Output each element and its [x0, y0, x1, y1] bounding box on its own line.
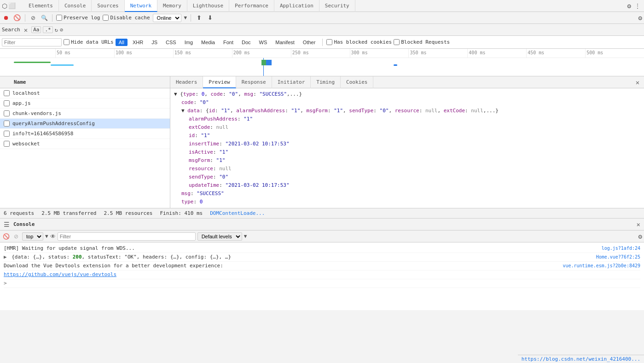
- filter-ws-button[interactable]: WS: [256, 39, 271, 46]
- tab-sources[interactable]: Sources: [92, 0, 124, 12]
- tab-console[interactable]: Console: [59, 0, 92, 12]
- expand-icon[interactable]: ⋮: [635, 3, 640, 9]
- console-context-select[interactable]: top: [22, 232, 43, 241]
- gear-icon[interactable]: ⚙: [627, 2, 631, 10]
- console-gear-icon[interactable]: ⚙: [638, 233, 642, 240]
- tab-security[interactable]: Security: [319, 0, 355, 12]
- tab-application[interactable]: Application: [274, 0, 319, 12]
- top-right-gear-2[interactable]: ⚙: [638, 14, 642, 22]
- filter-js-button[interactable]: JS: [148, 39, 161, 46]
- tab-performance[interactable]: Performance: [229, 0, 274, 12]
- stop-button[interactable]: 🚫: [13, 14, 21, 22]
- file-item[interactable]: info?t=1614654586958: [0, 129, 170, 139]
- file-list: Name localhostapp.jschunk-vendors.jsquer…: [0, 76, 170, 208]
- filter-font-button[interactable]: Font: [220, 39, 237, 46]
- data-link[interactable]: Home.vue?76f2:25: [592, 253, 640, 261]
- console-levels-select[interactable]: Default levels: [197, 232, 242, 241]
- network-toolbar: ⏺ 🚫 ⊘ 🔍 Preserve log Disable cache Onlin…: [0, 12, 644, 24]
- hide-data-urls-checkbox[interactable]: Hide data URLs: [64, 39, 114, 45]
- console-line-prompt: >: [4, 279, 640, 288]
- console-area: ☰ Console × 🚫 ⊘ top ▼ 👁 Default levels ▼…: [0, 218, 644, 310]
- search-regex-icon[interactable]: .*: [43, 26, 52, 33]
- timeline-mark: 500 ms: [585, 49, 644, 58]
- console-hamburger-icon[interactable]: ☰: [4, 221, 10, 228]
- detail-tab-headers[interactable]: Headers: [170, 76, 203, 88]
- detail-close-button[interactable]: ✕: [633, 78, 642, 87]
- timeline-mark: 450 ms: [526, 49, 585, 58]
- filter-manifest-button[interactable]: Manifest: [272, 39, 298, 46]
- export-button[interactable]: ⬇: [206, 14, 214, 22]
- json-msg: msg: "SUCCESS": [174, 190, 640, 198]
- file-item[interactable]: chunk-vendors.js: [0, 109, 170, 119]
- json-expand-data[interactable]: ▼ data: {id: "1", alarmPushAddress: "1",…: [174, 107, 640, 115]
- import-button[interactable]: ⬆: [195, 14, 203, 22]
- disable-cache-checkbox[interactable]: Disable cache: [103, 15, 150, 21]
- file-item[interactable]: websocket: [0, 139, 170, 149]
- split-pane: Name localhostapp.jschunk-vendors.jsquer…: [0, 76, 644, 208]
- detail-tab-timing[interactable]: Timing: [311, 76, 341, 88]
- detail-tab-response[interactable]: Response: [236, 76, 272, 88]
- preserve-log-checkbox[interactable]: Preserve log: [56, 15, 100, 21]
- console-clear-button[interactable]: 🚫: [2, 232, 10, 241]
- filter-other-button[interactable]: Other: [300, 39, 319, 46]
- timeline-mark: 400 ms: [467, 49, 526, 58]
- json-msg-form: msgForm: "1": [174, 156, 640, 165]
- filter-all-button[interactable]: All: [116, 39, 128, 46]
- transferred-size: 2.5 MB transferred: [41, 210, 96, 216]
- console-close-button[interactable]: ×: [637, 221, 640, 228]
- filter-doc-button[interactable]: Doc: [238, 39, 254, 46]
- throttle-select[interactable]: Online: [153, 14, 181, 22]
- search-button[interactable]: 🔍: [40, 14, 48, 22]
- tab-memory[interactable]: Memory: [157, 0, 187, 12]
- file-item[interactable]: localhost: [0, 88, 170, 98]
- detail-pane: HeadersPreviewResponseInitiatorTimingCoo…: [170, 76, 644, 208]
- console-levels-arrow[interactable]: ▼: [244, 233, 247, 239]
- console-context-arrow[interactable]: ▼: [45, 233, 48, 239]
- filter-row: Hide data URLs All XHR JS CSS Img Media …: [0, 36, 644, 49]
- console-filter-input[interactable]: [58, 232, 196, 241]
- search-case-icon[interactable]: Aa: [31, 26, 41, 33]
- detail-tab-preview[interactable]: Preview: [203, 76, 236, 88]
- timeline-mark: 50 ms: [55, 49, 114, 58]
- devtools-inspect-icon[interactable]: ⬜: [8, 2, 16, 9]
- vue-devtools-url[interactable]: https://github.com/vuejs/vue-devtools: [4, 271, 116, 277]
- timeline-mark: 300 ms: [350, 49, 409, 58]
- search-label: Search: [2, 27, 24, 33]
- status-bar: 6 requests 2.5 MB transferred 2.5 MB res…: [0, 208, 644, 218]
- devtools-pointer-icon[interactable]: ⬡: [2, 2, 7, 10]
- json-update-time: updateTime: "2021-03-02 10:17:53": [174, 181, 640, 190]
- tab-network[interactable]: Network: [125, 0, 157, 12]
- console-no-error-button[interactable]: ⊘: [12, 232, 20, 241]
- blocked-requests-checkbox[interactable]: Blocked Requests: [394, 39, 450, 45]
- tab-elements[interactable]: Elements: [23, 0, 59, 12]
- detail-tab-initiator[interactable]: Initiator: [272, 76, 311, 88]
- json-expand-root[interactable]: ▼ {type: 0, code: "0", msg: "SUCCESS",..…: [174, 90, 640, 98]
- console-eye-icon[interactable]: 👁: [50, 233, 56, 240]
- record-button[interactable]: ⏺: [2, 14, 10, 22]
- search-clear-icon[interactable]: ⊘: [60, 27, 63, 33]
- devtools-link[interactable]: vue.runtime.esm.js?2b0e:8429: [559, 262, 640, 270]
- finish-time: Finish: 410 ms: [160, 210, 203, 216]
- filter-icon-button[interactable]: ⊘: [29, 14, 37, 22]
- detail-content: ▼ {type: 0, code: "0", msg: "SUCCESS",..…: [170, 88, 644, 208]
- tab-lighthouse[interactable]: Lighthouse: [187, 0, 229, 12]
- file-item[interactable]: queryAlarmPushAddressConfig: [0, 119, 170, 129]
- file-item[interactable]: app.js: [0, 98, 170, 109]
- timeline-mark: 150 ms: [173, 49, 232, 58]
- timeline-mark: 250 ms: [291, 49, 350, 58]
- json-type: type: 0: [174, 198, 640, 206]
- filter-xhr-button[interactable]: XHR: [129, 39, 146, 46]
- filter-input[interactable]: [2, 38, 62, 46]
- console-content: [HMR] Waiting for update signal from WDS…: [0, 242, 644, 310]
- hmr-link[interactable]: log.js?1afd:24: [598, 244, 640, 253]
- filter-img-button[interactable]: Img: [181, 39, 196, 46]
- search-close-button[interactable]: ✕: [24, 27, 28, 33]
- filter-media-button[interactable]: Media: [198, 39, 218, 46]
- detail-tab-cookies[interactable]: Cookies: [341, 76, 373, 88]
- console-header: ☰ Console ×: [0, 219, 644, 230]
- search-refresh-icon[interactable]: ↻: [55, 27, 58, 33]
- console-toolbar: 🚫 ⊘ top ▼ 👁 Default levels ▼ ⚙: [0, 230, 644, 242]
- console-line-hmr: [HMR] Waiting for update signal from WDS…: [4, 244, 640, 253]
- filter-css-button[interactable]: CSS: [162, 39, 180, 46]
- has-blocked-cookies-checkbox[interactable]: Has blocked cookies: [326, 39, 392, 45]
